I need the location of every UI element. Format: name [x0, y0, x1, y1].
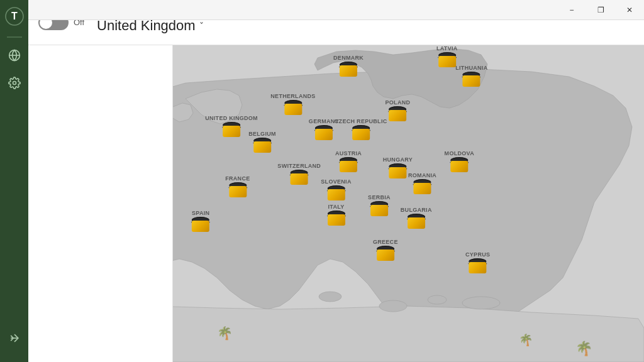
- server-label: LITHUANIA: [455, 65, 487, 71]
- server-cylinder: [352, 125, 370, 140]
- server-cylinder: [192, 217, 209, 232]
- server-cylinder: [438, 52, 456, 67]
- server-pin-denmark[interactable]: DENMARK: [333, 55, 364, 77]
- server-cylinder: [450, 157, 468, 172]
- cylinder-body: [223, 126, 240, 137]
- sidebar-item-settings[interactable]: [3, 72, 26, 94]
- cylinder-body: [352, 129, 370, 140]
- svg-point-10: [379, 300, 407, 312]
- cylinder-body: [438, 56, 456, 67]
- cylinder-body: [389, 167, 406, 178]
- cylinder-body: [340, 65, 357, 77]
- server-pin-greece[interactable]: GREECE: [373, 239, 398, 261]
- sidebar-divider: [7, 36, 22, 38]
- cylinder-body: [463, 75, 480, 87]
- window-controls: − ❐ ✕: [557, 0, 644, 19]
- server-label: BULGARIA: [401, 207, 432, 213]
- server-cylinder: [327, 185, 345, 200]
- server-pin-spain[interactable]: SPAIN: [192, 210, 209, 232]
- server-cylinder: [370, 201, 388, 216]
- restore-button[interactable]: ❐: [586, 0, 615, 20]
- country-selector[interactable]: United Kingdom ˅: [97, 18, 204, 34]
- sidebar-item-servers[interactable]: [3, 44, 26, 67]
- cylinder-body: [340, 161, 357, 172]
- server-pin-netherlands[interactable]: NETHERLANDS: [270, 93, 315, 115]
- server-label: ROMANIA: [408, 172, 436, 178]
- chevron-down-icon: ˅: [199, 21, 204, 31]
- server-label: SLOVENIA: [321, 178, 351, 185]
- cylinder-body: [414, 183, 431, 194]
- server-cylinder: [229, 182, 247, 197]
- server-label: ITALY: [328, 204, 344, 210]
- app-logo[interactable]: T: [3, 5, 26, 28]
- server-label: MOLDOVA: [445, 150, 474, 156]
- cylinder-body: [450, 161, 468, 172]
- server-label: SPAIN: [192, 210, 209, 216]
- server-label: HUNGARY: [383, 156, 413, 163]
- server-pin-serbia[interactable]: SERBIA: [368, 194, 391, 216]
- selected-country: United Kingdom: [97, 18, 196, 34]
- server-cylinder: [340, 157, 357, 172]
- minimize-button[interactable]: −: [557, 0, 586, 20]
- server-cylinder: [469, 258, 487, 273]
- server-label: CYPRUS: [465, 251, 490, 258]
- server-label: LATVIA: [436, 45, 458, 52]
- server-label: UNITED KINGDOM: [205, 115, 258, 121]
- server-cylinder: [377, 246, 394, 261]
- server-cylinder: [389, 163, 406, 178]
- cylinder-body: [328, 214, 345, 226]
- cylinder-body: [469, 262, 487, 273]
- cylinder-body: [229, 186, 247, 197]
- server-cylinder: [408, 214, 425, 229]
- server-label: FRANCE: [225, 175, 250, 182]
- cylinder-body: [192, 221, 209, 232]
- server-label: CZECH REPUBLIC: [335, 118, 387, 124]
- server-pin-italy[interactable]: ITALY: [328, 204, 345, 226]
- server-pin-moldova[interactable]: MOLDOVA: [445, 150, 474, 172]
- server-label: GREECE: [373, 239, 398, 245]
- server-pin-latvia[interactable]: LATVIA: [436, 45, 458, 67]
- cylinder-body: [377, 250, 394, 261]
- server-pin-lithuania[interactable]: LITHUANIA: [455, 65, 487, 87]
- left-panel: [28, 45, 173, 362]
- sidebar: T: [0, 0, 28, 362]
- svg-text:🌴: 🌴: [217, 326, 233, 341]
- server-label: AUSTRIA: [335, 150, 362, 156]
- server-pin-france[interactable]: FRANCE: [225, 175, 250, 197]
- cylinder-body: [253, 141, 271, 153]
- server-cylinder: [340, 62, 357, 77]
- server-pin-belgium[interactable]: BELGIUM: [248, 131, 276, 153]
- server-cylinder: [284, 100, 302, 115]
- server-cylinder: [315, 125, 333, 140]
- server-cylinder: [223, 122, 240, 137]
- server-cylinder: [463, 72, 480, 87]
- sidebar-item-split-tunneling[interactable]: [3, 327, 26, 349]
- sidebar-bottom: [3, 324, 26, 352]
- close-button[interactable]: ✕: [615, 0, 644, 20]
- server-label: BELGIUM: [248, 131, 276, 137]
- server-pin-cyprus[interactable]: CYPRUS: [465, 251, 490, 273]
- server-cylinder: [291, 170, 308, 185]
- cylinder-body: [370, 205, 388, 216]
- server-pin-czech-republic[interactable]: CZECH REPUBLIC: [335, 118, 387, 140]
- server-pin-romania[interactable]: ROMANIA: [408, 172, 436, 194]
- server-label: POLAND: [385, 99, 410, 106]
- server-label: NETHERLANDS: [270, 93, 315, 99]
- server-cylinder: [328, 211, 345, 226]
- server-cylinder: [389, 106, 406, 121]
- svg-point-11: [428, 295, 447, 304]
- server-label: SERBIA: [368, 194, 391, 200]
- svg-text:🌴: 🌴: [575, 340, 593, 357]
- server-pin-austria[interactable]: AUSTRIA: [335, 150, 362, 172]
- server-pin-poland[interactable]: POLAND: [385, 99, 410, 121]
- server-label: SWITZERLAND: [277, 163, 321, 169]
- server-pin-bulgaria[interactable]: BULGARIA: [401, 207, 432, 229]
- server-cylinder: [253, 138, 271, 153]
- cylinder-body: [408, 217, 425, 229]
- server-label: DENMARK: [333, 55, 364, 61]
- svg-text:T: T: [11, 11, 18, 21]
- cylinder-body: [315, 129, 333, 140]
- server-cylinder: [414, 179, 431, 194]
- server-pin-slovenia[interactable]: SLOVENIA: [321, 178, 351, 200]
- server-pin-switzerland[interactable]: SWITZERLAND: [277, 163, 321, 185]
